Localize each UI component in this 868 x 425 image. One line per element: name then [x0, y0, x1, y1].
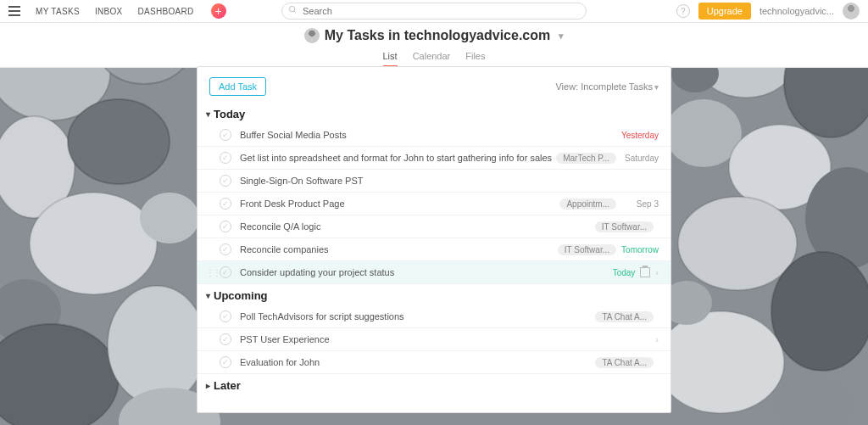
task-title: Reconcile Q/A logic [240, 221, 595, 232]
task-row[interactable]: ⋮⋮✓Consider updating your project status… [198, 261, 670, 284]
task-title: Front Desk Product Page [240, 199, 559, 209]
nav-dashboard[interactable]: DASHBOARD [138, 7, 194, 16]
complete-checkbox[interactable]: ✓ [220, 152, 231, 164]
task-title: Get list into spreadsheet and format for… [240, 153, 556, 163]
task-row[interactable]: ✓Evaluation for JohnTA Chat A... [198, 351, 670, 374]
section-today[interactable]: ▾ Today [198, 103, 670, 124]
task-row[interactable]: ✓Single-Sign-On Software PST [198, 170, 670, 193]
section-upcoming-label: Upcoming [214, 289, 268, 302]
complete-checkbox[interactable]: ✓ [220, 266, 231, 278]
search-icon [288, 5, 298, 16]
calendar-icon[interactable] [640, 267, 650, 277]
page-header: My Tasks in technologyadvice.com ▾ List … [0, 23, 868, 68]
section-later[interactable]: ▸ Later [198, 374, 670, 395]
tab-list[interactable]: List [383, 51, 398, 67]
task-row[interactable]: ✓Reconcile companiesIT Softwar...Tomorro… [198, 238, 670, 261]
task-row[interactable]: ✓Buffer Social Media PostsYesterday [198, 124, 670, 147]
view-selector-label: View: Incomplete Tasks [555, 81, 653, 92]
task-row[interactable]: ✓Reconcile Q/A logicIT Softwar... [198, 215, 670, 238]
project-tag[interactable]: Appointm... [559, 199, 616, 210]
project-tag[interactable]: MarTech P... [556, 153, 616, 164]
add-task-button[interactable]: Add Task [209, 77, 266, 96]
add-icon[interactable]: + [211, 3, 226, 19]
complete-checkbox[interactable]: ✓ [220, 243, 231, 255]
complete-checkbox[interactable]: ✓ [220, 221, 231, 232]
task-row[interactable]: ✓Get list into spreadsheet and format fo… [198, 147, 670, 170]
due-date: Sep 3 [621, 199, 659, 209]
svg-line-1 [294, 11, 296, 13]
project-tag[interactable]: TA Chat A... [595, 311, 654, 322]
complete-checkbox[interactable]: ✓ [220, 356, 231, 368]
task-title: Reconcile companies [240, 244, 558, 254]
top-bar: MY TASKS INBOX DASHBOARD + ? Upgrade tec… [0, 0, 868, 23]
task-title: Poll TechAdvisors for script suggestions [240, 311, 595, 322]
upcoming-task-list: ✓Poll TechAdvisors for script suggestion… [198, 305, 670, 374]
complete-checkbox[interactable]: ✓ [220, 310, 231, 322]
chevron-right-icon[interactable]: › [655, 334, 659, 344]
task-title: Single-Sign-On Software PST [240, 176, 659, 186]
triangle-down-icon: ▾ [206, 291, 210, 300]
section-later-label: Later [214, 379, 241, 392]
search-input[interactable] [281, 3, 587, 20]
section-upcoming[interactable]: ▾ Upcoming [198, 284, 670, 305]
due-date: Yesterday [621, 131, 659, 140]
task-title: PST User Experience [240, 334, 650, 344]
project-tag[interactable]: TA Chat A... [595, 357, 654, 368]
svg-point-0 [289, 6, 294, 11]
project-tag[interactable]: IT Softwar... [595, 221, 654, 232]
chevron-down-icon[interactable]: ▾ [559, 31, 564, 42]
tab-calendar[interactable]: Calendar [413, 51, 451, 67]
view-selector[interactable]: View: Incomplete Tasks▾ [555, 81, 659, 92]
triangle-down-icon: ▾ [206, 109, 210, 119]
nav-inbox[interactable]: INBOX [95, 7, 123, 16]
svg-point-18 [140, 193, 199, 243]
page-title: My Tasks in technologyadvice.com [325, 28, 550, 43]
drag-handle-icon[interactable]: ⋮⋮ [206, 268, 220, 277]
account-label[interactable]: technologyadvic... [760, 6, 834, 16]
task-row[interactable]: ✓PST User Experience› [198, 328, 670, 351]
project-tag[interactable]: IT Softwar... [558, 244, 616, 255]
complete-checkbox[interactable]: ✓ [220, 333, 231, 345]
menu-icon[interactable] [8, 6, 20, 16]
complete-checkbox[interactable]: ✓ [220, 175, 231, 187]
title-avatar [304, 28, 320, 43]
help-icon[interactable]: ? [676, 4, 690, 18]
task-title: Evaluation for John [240, 357, 595, 367]
chevron-right-icon[interactable]: › [655, 267, 659, 277]
task-title: Buffer Social Media Posts [240, 130, 621, 140]
nav-mytasks[interactable]: MY TASKS [36, 7, 80, 16]
task-panel: Add Task View: Incomplete Tasks▾ ▾ Today… [197, 66, 671, 413]
complete-checkbox[interactable]: ✓ [220, 198, 231, 210]
section-today-label: Today [214, 108, 245, 120]
task-title: Consider updating your project status [240, 267, 598, 277]
tab-files[interactable]: Files [465, 51, 485, 67]
complete-checkbox[interactable]: ✓ [220, 129, 231, 141]
avatar[interactable] [843, 3, 860, 20]
due-date: Today [598, 268, 635, 277]
due-date: Saturday [621, 154, 659, 163]
upgrade-button[interactable]: Upgrade [698, 3, 751, 20]
task-row[interactable]: ✓Front Desk Product PageAppointm...Sep 3 [198, 193, 670, 215]
due-date: Tomorrow [621, 245, 659, 254]
triangle-right-icon: ▸ [206, 381, 210, 390]
task-row[interactable]: ✓Poll TechAdvisors for script suggestion… [198, 305, 670, 328]
today-task-list: ✓Buffer Social Media PostsYesterday✓Get … [198, 124, 670, 284]
chevron-down-icon: ▾ [654, 82, 659, 92]
